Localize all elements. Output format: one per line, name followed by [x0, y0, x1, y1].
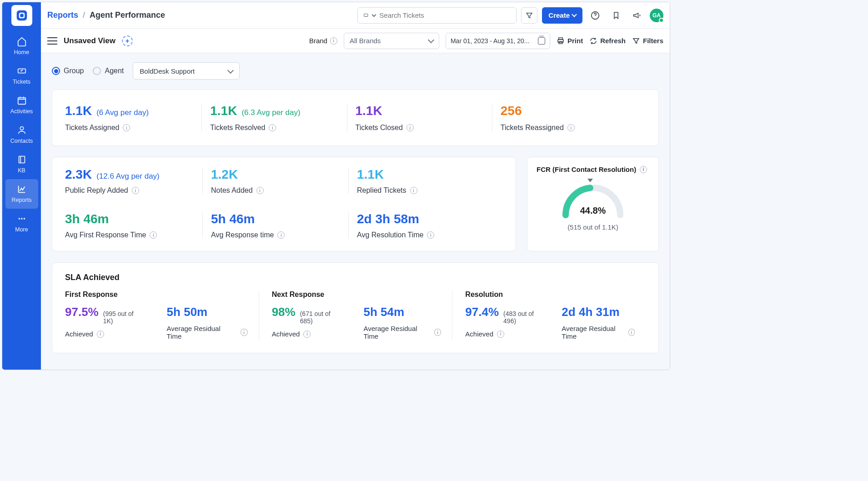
metric-label: Tickets Closed: [356, 124, 403, 132]
date-range-picker[interactable]: Mar 01, 2023 - Aug 31, 20...: [446, 33, 550, 49]
info-icon[interactable]: i: [150, 231, 157, 239]
search-input[interactable]: [379, 11, 512, 19]
megaphone-icon-button[interactable]: [629, 7, 645, 24]
sla-time: 5h 54m: [363, 305, 404, 319]
info-icon[interactable]: i: [427, 231, 434, 239]
info-icon[interactable]: i: [123, 124, 130, 131]
radio-label: Agent: [105, 67, 124, 75]
breadcrumb-root[interactable]: Reports: [47, 10, 78, 20]
mid-metrics-card: 2.3K(12.6 Avg per day)Public Reply Added…: [52, 157, 516, 251]
nav-more[interactable]: More: [2, 209, 41, 238]
metric-card: 1.1KTickets Closedi: [356, 101, 501, 135]
topbar: Reports / Agent Performance Create: [41, 2, 670, 29]
support-value: BoldDesk Support: [140, 67, 195, 75]
filters-button[interactable]: Filters: [632, 37, 663, 45]
info-icon[interactable]: i: [277, 231, 285, 239]
info-icon[interactable]: i: [640, 166, 647, 173]
filter-icon: [632, 37, 640, 45]
radio-agent[interactable]: Agent: [93, 67, 124, 75]
radio-label: Group: [64, 67, 84, 75]
info-icon[interactable]: i: [269, 124, 276, 131]
info-icon[interactable]: i: [410, 187, 417, 194]
info-icon[interactable]: i: [434, 329, 441, 336]
brand-label: Brand: [309, 37, 327, 45]
info-icon[interactable]: i: [406, 124, 414, 131]
radio-dot-icon: [93, 67, 101, 75]
breadcrumb-separator: /: [83, 10, 85, 20]
nav-contacts[interactable]: Contacts: [2, 120, 41, 150]
metric-label: Avg Resolution Time: [357, 231, 423, 239]
support-select[interactable]: BoldDesk Support: [133, 62, 240, 80]
filters-label: Filters: [643, 37, 663, 45]
sla-card: SLA Achieved First Response97.5%(995 out…: [52, 262, 659, 353]
filter-icon-button[interactable]: [521, 7, 537, 24]
metric-label: Tickets Reassigned: [501, 124, 564, 132]
info-icon[interactable]: i: [241, 329, 248, 336]
info-icon[interactable]: i: [497, 331, 504, 338]
ticket-scope-icon[interactable]: [362, 12, 376, 19]
nav-label: KB: [18, 167, 25, 174]
logo[interactable]: [11, 5, 32, 26]
hamburger-icon[interactable]: [47, 37, 57, 45]
svg-marker-15: [587, 179, 593, 182]
brand-label-wrap: Brand i: [309, 37, 337, 45]
metric-label: Tickets Assigned: [65, 124, 119, 132]
nav-label: Reports: [12, 197, 32, 203]
sla-percent-sub: (483 out of 496): [503, 310, 540, 325]
sla-percent: 98%: [272, 305, 296, 319]
nav-label: More: [15, 226, 28, 233]
metric-label: Notes Added: [211, 186, 253, 195]
info-icon[interactable]: i: [97, 331, 104, 338]
brand-select[interactable]: All Brands: [344, 33, 439, 49]
metric-value: 1.1K: [65, 104, 92, 118]
sla-residual-label: Average Residual Time: [363, 325, 431, 340]
refresh-icon: [589, 37, 597, 45]
nav-label: Contacts: [10, 138, 33, 144]
refresh-button[interactable]: Refresh: [589, 37, 626, 45]
radio-group[interactable]: Group: [52, 67, 84, 75]
metric-card: 2.3K(12.6 Avg per day)Public Reply Added…: [65, 167, 211, 195]
metric-value: 1.2K: [211, 167, 238, 182]
metric-card: 2d 3h 58mAvg Resolution Timei: [357, 212, 503, 239]
sla-achieved-label: Achieved: [65, 330, 93, 338]
search-bar[interactable]: [357, 7, 517, 24]
radio-dot-icon: [52, 67, 60, 75]
chevron-down-icon: [428, 37, 434, 43]
nav-home[interactable]: Home: [2, 31, 41, 61]
create-button[interactable]: Create: [542, 7, 582, 24]
fcr-sub: (515 out of 1.1K): [537, 223, 649, 231]
info-icon[interactable]: i: [303, 331, 311, 338]
metric-card: 1.1KReplied Ticketsi: [357, 167, 503, 195]
breadcrumb-current: Agent Performance: [90, 10, 165, 20]
top-metrics-card: 1.1K(6 Avg per day)Tickets Assignedi1.1K…: [52, 90, 659, 146]
svg-rect-10: [364, 14, 368, 16]
help-icon-button[interactable]: [587, 7, 603, 24]
nav-activities[interactable]: Activities: [2, 90, 41, 120]
sla-heading: Resolution: [465, 291, 635, 299]
nav-tickets[interactable]: Tickets: [2, 61, 41, 90]
info-icon[interactable]: i: [256, 187, 264, 194]
nav-reports[interactable]: Reports: [5, 179, 38, 209]
info-icon[interactable]: i: [132, 187, 139, 194]
bookmark-icon-button[interactable]: [608, 7, 624, 24]
metric-value: 1.1K: [210, 104, 237, 118]
svg-point-9: [23, 218, 25, 220]
print-button[interactable]: Print: [557, 37, 583, 45]
info-icon[interactable]: i: [330, 37, 337, 45]
nav-kb[interactable]: KB: [2, 150, 41, 179]
scope-radio-group: Group Agent: [52, 67, 124, 75]
svg-rect-4: [18, 98, 25, 105]
avatar[interactable]: GA: [650, 9, 663, 22]
add-view-button[interactable]: +: [122, 35, 133, 46]
fcr-gauge: 44.8%: [557, 179, 629, 220]
sla-column: First Response97.5%(995 out of 1K)Achiev…: [65, 291, 259, 340]
fcr-card: FCR (First Contact Resolution) i 44.8% (…: [527, 157, 659, 251]
metric-value: 3h 46m: [65, 212, 109, 226]
row-2: 2.3K(12.6 Avg per day)Public Reply Added…: [52, 157, 659, 251]
view-title: Unsaved View: [64, 36, 115, 45]
metric-avg: (6 Avg per day): [96, 108, 149, 117]
sla-column: Next Response98%(671 out of 685)Achieved…: [259, 291, 452, 340]
metric-card: 1.2KNotes Addedi: [211, 167, 357, 195]
info-icon[interactable]: i: [567, 124, 575, 131]
info-icon[interactable]: i: [628, 329, 635, 336]
